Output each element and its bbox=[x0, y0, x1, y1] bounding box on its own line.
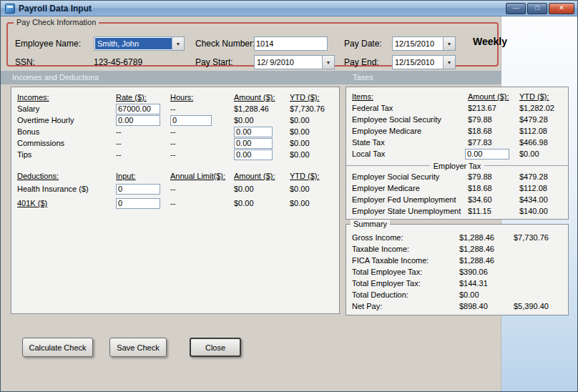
taxes-header-row: Items: Amount ($): YTD ($): bbox=[346, 91, 568, 102]
summary-label: Total Employer Tax: bbox=[352, 279, 459, 288]
tax-label: Employee Medicare bbox=[352, 127, 468, 135]
overtime-hours-input[interactable] bbox=[170, 115, 212, 126]
dropdown-arrow-icon: ▼ bbox=[176, 41, 181, 46]
items-col-header: Items: bbox=[352, 92, 468, 101]
401k-input[interactable] bbox=[116, 198, 160, 209]
income-row-commissions: Commissions -- -- $0.00 bbox=[11, 137, 339, 149]
local-tax-input[interactable] bbox=[465, 149, 509, 160]
employee-dropdown-button[interactable]: ▼ bbox=[172, 37, 184, 50]
window-controls: — □ ✕ bbox=[504, 3, 574, 14]
pay-start-picker[interactable]: 12/ 9/2010 ▼ bbox=[254, 55, 335, 69]
ssn-label: SSN: bbox=[15, 57, 35, 67]
income-ytd: $0.00 bbox=[290, 139, 339, 147]
overtime-rate-input[interactable] bbox=[116, 115, 160, 126]
income-rate: -- bbox=[116, 139, 170, 147]
salary-rate-input[interactable] bbox=[116, 104, 160, 114]
title-bar[interactable]: Payroll Data Input — □ ✕ bbox=[1, 1, 577, 16]
tax-row-local: Local Tax $0.00 bbox=[346, 148, 568, 160]
close-button[interactable]: ✕ bbox=[549, 3, 574, 14]
income-ytd: $0.00 bbox=[290, 116, 339, 124]
deduction-ytd: $0.00 bbox=[290, 185, 339, 193]
summary-label: FICA Taxable Income: bbox=[352, 256, 459, 265]
tax-label: State Tax bbox=[352, 138, 468, 147]
hours-col-header: Hours: bbox=[170, 93, 234, 102]
employee-name-combobox[interactable]: Smith, John ▼ bbox=[94, 36, 185, 51]
section-band: Incomes and Deductions Taxes bbox=[1, 71, 501, 84]
maximize-icon: □ bbox=[535, 5, 539, 11]
deductions-col-header: Deductions: bbox=[17, 172, 116, 180]
tax-ytd: $1,282.02 bbox=[519, 104, 568, 112]
tax-amount: $34.60 bbox=[468, 195, 519, 204]
income-row-tips: Tips -- -- $0.00 bbox=[11, 149, 339, 160]
close-icon: ✕ bbox=[559, 5, 564, 11]
income-ytd: $0.00 bbox=[290, 127, 339, 136]
summary-value: $1,288.46 bbox=[459, 245, 514, 253]
pay-end-value: 12/15/2010 bbox=[393, 56, 443, 69]
minimize-icon: — bbox=[513, 5, 519, 11]
income-label: Salary bbox=[17, 104, 116, 113]
tax-row-state: State Tax $77.83 $466.98 bbox=[346, 137, 568, 148]
tax-ytd: $140.00 bbox=[519, 207, 568, 215]
bonus-amount-input[interactable] bbox=[234, 127, 273, 137]
summary-label: Total Deduction: bbox=[352, 290, 459, 299]
employer-tax-separator: Employer Tax bbox=[346, 160, 568, 171]
taxes-section-label: Taxes bbox=[353, 73, 373, 82]
deduction-row-health-insurance: Health Insurance ($) -- $0.00 $0.00 bbox=[11, 182, 339, 196]
calculate-check-button[interactable]: Calculate Check bbox=[22, 338, 93, 357]
health-insurance-input[interactable] bbox=[116, 184, 160, 195]
income-ytd: $7,730.76 bbox=[290, 104, 339, 113]
summary-value: $0.00 bbox=[459, 290, 514, 299]
amount-col-header: Amount ($): bbox=[234, 93, 290, 102]
amount-col-header: Amount ($): bbox=[468, 92, 519, 101]
pay-end-dropdown-button[interactable]: ▼ bbox=[443, 56, 455, 69]
annual-limit-col-header: Annual Limit($): bbox=[170, 172, 234, 180]
tax-label: Employer Social Security bbox=[352, 172, 468, 181]
incomes-deductions-section-label: Incomes and Deductions bbox=[12, 73, 99, 82]
maximize-button[interactable]: □ bbox=[527, 3, 547, 14]
deduction-row-401k: 401K ($) -- $0.00 $0.00 bbox=[11, 196, 339, 210]
tax-amount: $18.68 bbox=[468, 184, 519, 192]
income-hours: -- bbox=[170, 104, 234, 113]
dropdown-arrow-icon: ▼ bbox=[447, 41, 452, 46]
summary-row-net-pay: Net Pay: $898.40 $5,390.40 bbox=[346, 300, 568, 312]
tips-amount-input[interactable] bbox=[234, 150, 273, 160]
summary-row-taxable: Taxable Income: $1,288.46 bbox=[346, 243, 568, 255]
income-label: Commissions bbox=[17, 139, 116, 147]
close-form-button[interactable]: Close bbox=[190, 338, 241, 357]
tax-ytd: $112.08 bbox=[519, 184, 568, 192]
save-check-button[interactable]: Save Check bbox=[109, 338, 167, 357]
dropdown-arrow-icon: ▼ bbox=[326, 60, 331, 65]
tax-amount: $77.83 bbox=[468, 138, 519, 147]
incomes-deductions-panel: Incomes: Rate ($): Hours: Amount ($): YT… bbox=[11, 87, 340, 314]
income-row-bonus: Bonus -- -- $0.00 bbox=[11, 126, 339, 137]
tax-row-federal: Federal Tax $213.67 $1,282.02 bbox=[346, 102, 568, 114]
summary-value: $898.40 bbox=[459, 302, 514, 310]
separator-line bbox=[484, 165, 568, 166]
commissions-amount-input[interactable] bbox=[234, 138, 273, 149]
summary-group-label: Summary bbox=[351, 220, 390, 228]
check-number-input[interactable] bbox=[254, 36, 328, 51]
income-ytd: $0.00 bbox=[290, 150, 339, 159]
tax-row-employer-state-unemployment: Employer State Unemployment $11.15 $140.… bbox=[346, 205, 568, 217]
income-amount: $1,288.46 bbox=[234, 104, 290, 113]
tax-ytd: $479.28 bbox=[519, 172, 568, 181]
deduction-label: 401K ($) bbox=[17, 199, 116, 207]
deduction-amount: $0.00 bbox=[234, 199, 290, 207]
tax-amount: $11.15 bbox=[468, 207, 519, 215]
income-label: Overtime Hourly bbox=[17, 116, 116, 124]
employee-name-value: Smith, John bbox=[95, 38, 172, 49]
tax-ytd: $479.28 bbox=[519, 115, 568, 124]
pay-date-value: 12/15/2010 bbox=[393, 37, 443, 50]
summary-row-gross: Gross Income: $1,288.46 $7,730.76 bbox=[346, 232, 568, 243]
pay-start-dropdown-button[interactable]: ▼ bbox=[322, 56, 334, 69]
tax-row-employer-medicare: Employer Medicare $18.68 $112.08 bbox=[346, 182, 568, 194]
tax-row-employee-medicare: Employee Medicare $18.68 $112.08 bbox=[346, 125, 568, 137]
pay-date-picker[interactable]: 12/15/2010 ▼ bbox=[392, 36, 456, 51]
pay-date-dropdown-button[interactable]: ▼ bbox=[443, 37, 455, 50]
deduction-amount: $0.00 bbox=[234, 185, 290, 193]
paycheck-info-group: Pay Check Information Employee Name: Smi… bbox=[6, 22, 499, 67]
tax-ytd: $112.08 bbox=[519, 127, 568, 135]
minimize-button[interactable]: — bbox=[506, 3, 526, 14]
tax-label: Federal Tax bbox=[352, 104, 468, 112]
pay-end-picker[interactable]: 12/15/2010 ▼ bbox=[392, 55, 456, 69]
